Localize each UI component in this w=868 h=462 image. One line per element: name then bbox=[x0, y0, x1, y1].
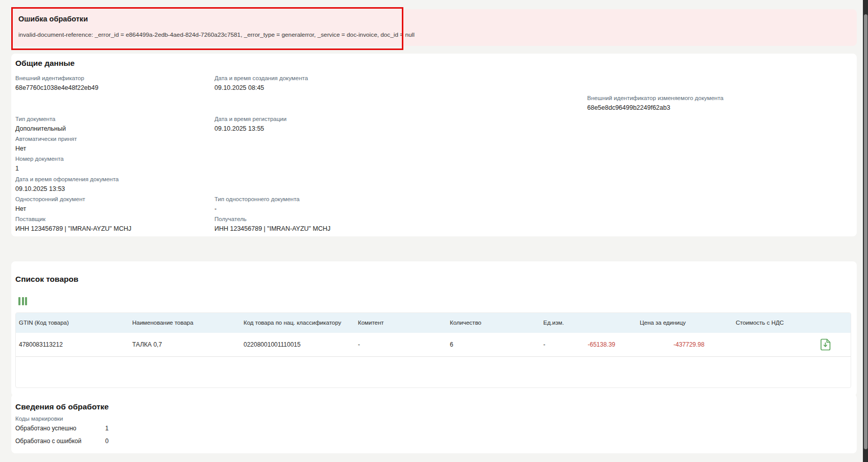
field-label: Внешний идентификатор bbox=[15, 75, 99, 82]
col-header-national-code: Код товара по нац. классификатору bbox=[244, 313, 341, 333]
field-supplier: Поставщик ИНН 123456789 | "IMRAN-AYZU" M… bbox=[15, 215, 131, 233]
products-card: Список товаров GTIN (Код товара) Наимено… bbox=[11, 261, 857, 396]
products-table: GTIN (Код товара) Наименование товара Ко… bbox=[15, 312, 851, 388]
document-view-page: Ошибка обработки invalid-document-refere… bbox=[0, 0, 868, 462]
field-value: Нет bbox=[15, 205, 85, 213]
field-label: Автоматически принят bbox=[15, 135, 77, 143]
cell-quantity: 6 bbox=[450, 333, 453, 357]
field-created-datetime: Дата и время создания документа 09.10.20… bbox=[214, 75, 308, 92]
error-banner-message: invalid-document-reference: _error_id = … bbox=[18, 31, 850, 38]
cell-total-vat: -437729.98 bbox=[673, 333, 705, 357]
field-value: 09.10.2025 08:45 bbox=[214, 84, 308, 92]
field-value: - bbox=[214, 205, 300, 213]
processing-title: Сведения об обработке bbox=[15, 402, 109, 411]
error-banner-title: Ошибка обработки bbox=[18, 15, 850, 23]
file-download-icon[interactable] bbox=[819, 338, 832, 353]
field-label: Односторонний документ bbox=[15, 196, 85, 203]
field-label: Поставщик bbox=[15, 215, 131, 223]
field-value: 1 bbox=[15, 164, 64, 173]
col-header-komitent: Комитент bbox=[358, 313, 384, 333]
field-label: Получатель bbox=[214, 215, 330, 223]
field-label: Дата и время регистрации bbox=[214, 115, 286, 123]
field-doc-number: Номер документа 1 bbox=[15, 155, 64, 173]
field-value: ИНН 123456789 | "IMRAN-AYZU" MCHJ bbox=[15, 225, 131, 233]
scrollbar-thumb[interactable] bbox=[864, 14, 867, 449]
field-value: 09.10.2025 13:53 bbox=[15, 185, 118, 193]
cell-unit-price: -65138.39 bbox=[588, 333, 615, 357]
columns-icon-bar bbox=[22, 297, 24, 305]
field-value: 09.10.2025 13:55 bbox=[214, 125, 286, 133]
field-receiver: Получатель ИНН 123456789 | "IMRAN-AYZU" … bbox=[214, 215, 330, 233]
field-value: 68e5e8dc96499b2249f62ab3 bbox=[587, 104, 724, 112]
field-issue-datetime: Дата и время оформления документа 09.10.… bbox=[15, 176, 118, 193]
field-doc-type: Тип документа Дополнительный bbox=[15, 115, 66, 133]
cell-komitent: - bbox=[358, 333, 360, 357]
processed-ok-count: 1 bbox=[105, 425, 109, 432]
general-data-title: Общие данные bbox=[15, 59, 75, 68]
field-value: Нет bbox=[15, 144, 77, 153]
field-label: Дата и время создания документа bbox=[214, 75, 308, 82]
processed-error-row: Обработано с ошибкой 0 bbox=[15, 437, 220, 445]
products-title: Список товаров bbox=[15, 275, 79, 284]
col-header-name: Наименование товара bbox=[132, 313, 194, 333]
cell-unit: - bbox=[543, 333, 545, 357]
field-external-id: Внешний идентификатор 68e7760c1038e4e48f… bbox=[15, 75, 99, 92]
field-value: Дополнительный bbox=[15, 125, 66, 133]
cell-gtin: 4780083113212 bbox=[19, 333, 63, 357]
field-value: ИНН 123456789 | "IMRAN-AYZU" MCHJ bbox=[214, 225, 330, 233]
marking-codes-label: Коды маркировки bbox=[15, 416, 63, 422]
col-header-total-vat: Стоимость с НДС bbox=[736, 313, 784, 333]
columns-icon[interactable] bbox=[18, 297, 27, 305]
columns-icon-bar bbox=[25, 297, 27, 305]
field-label: Номер документа bbox=[15, 155, 64, 163]
field-one-sided-doc: Односторонний документ Нет bbox=[15, 196, 85, 213]
field-value: 68e7760c1038e4e48f22eb49 bbox=[15, 84, 99, 92]
processed-error-label: Обработано с ошибкой bbox=[15, 437, 81, 445]
processed-ok-row: Обработано успешно 1 bbox=[15, 425, 220, 432]
general-data-card: Общие данные Внешний идентификатор 68e77… bbox=[11, 54, 857, 236]
field-registration-datetime: Дата и время регистрации 09.10.2025 13:5… bbox=[214, 115, 286, 133]
field-changed-doc-external-id: Внешний идентификатор изменяемого докуме… bbox=[587, 94, 724, 112]
cell-national-code: 02208001001110015 bbox=[244, 333, 301, 357]
cell-name: ТАЛКА 0,7 bbox=[132, 333, 162, 357]
col-header-unit-price: Цена за единицу bbox=[640, 313, 686, 333]
col-header-unit: Ед.изм. bbox=[543, 313, 564, 333]
field-label: Дата и время оформления документа bbox=[15, 176, 118, 183]
processed-ok-label: Обработано успешно bbox=[15, 425, 76, 432]
products-table-header: GTIN (Код товара) Наименование товара Ко… bbox=[16, 313, 851, 333]
table-row: 4780083113212 ТАЛКА 0,7 0220800100111001… bbox=[16, 333, 851, 357]
columns-icon-bar bbox=[18, 297, 20, 305]
error-banner: Ошибка обработки invalid-document-refere… bbox=[11, 9, 857, 46]
field-one-sided-doc-type: Тип одностороннего документа - bbox=[214, 196, 300, 213]
processed-error-count: 0 bbox=[105, 437, 109, 445]
scrollbar-track[interactable] bbox=[863, 0, 868, 462]
field-label: Тип одностороннего документа bbox=[214, 196, 300, 203]
field-label: Тип документа bbox=[15, 115, 66, 123]
col-header-gtin: GTIN (Код товара) bbox=[19, 313, 69, 333]
field-auto-accepted: Автоматически принят Нет bbox=[15, 135, 77, 153]
processing-card: Сведения об обработке Коды маркировки Об… bbox=[11, 394, 857, 453]
field-label: Внешний идентификатор изменяемого докуме… bbox=[587, 94, 724, 102]
col-header-quantity: Количество bbox=[450, 313, 481, 333]
